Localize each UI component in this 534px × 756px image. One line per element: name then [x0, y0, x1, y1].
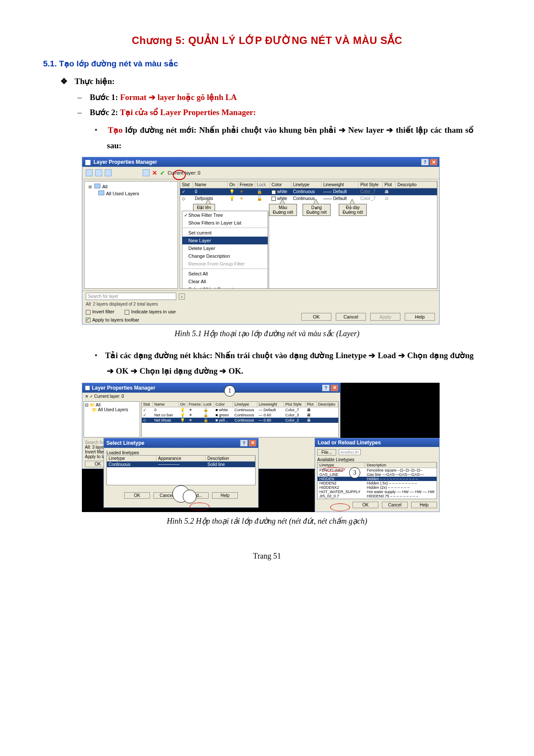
- scroll-left-icon[interactable]: ‹: [179, 294, 185, 300]
- col[interactable]: On: [179, 402, 187, 407]
- col[interactable]: Linetype: [233, 402, 257, 407]
- sl-ok-button[interactable]: OK: [124, 492, 150, 499]
- set-current-icon[interactable]: ✓: [90, 394, 93, 399]
- col[interactable]: Color: [214, 402, 233, 407]
- col[interactable]: Stat: [142, 402, 153, 407]
- layer-row-defpoints[interactable]: ◇ Defpoints 💡 ☀ 🔓 white Continuous —— De…: [180, 195, 437, 202]
- col[interactable]: Lineweight: [257, 402, 284, 407]
- chapter-title: Chương 5: QUẢN LÝ LỚP ĐƯỜNG NÉT VÀ MÀU S…: [43, 34, 491, 47]
- col-name[interactable]: Name: [193, 181, 228, 188]
- ctx-item[interactable]: Select All but Current: [182, 285, 268, 289]
- set-current-icon[interactable]: ✓: [160, 169, 165, 176]
- sub1-rest: lớp đường nét mới: Nhấn phải chuột vào k…: [107, 125, 474, 150]
- layer-row[interactable]: ◇Net khuat💡☀🔓■ yell...Continuous— 0.60Co…: [142, 418, 338, 423]
- col[interactable]: Plot: [306, 402, 317, 407]
- new-layer-icon[interactable]: [143, 169, 150, 176]
- col-plotstyle[interactable]: Plot Style: [359, 181, 383, 188]
- close-icon[interactable]: ✕: [430, 159, 437, 166]
- step1-red: Format ➔ layer hoặc gõ lệnh LA: [120, 93, 237, 102]
- ctx-item[interactable]: Clear All: [182, 278, 268, 285]
- cancel-button[interactable]: Cancel: [336, 313, 366, 321]
- status-line: All: 2 layers displayed of 2 total layer…: [86, 302, 436, 306]
- ctx-item[interactable]: Show Filter Tree: [182, 211, 268, 219]
- ctx-item[interactable]: New Layer: [182, 237, 268, 244]
- step2-red: Tại cửa sổ Layer Properties Manager:: [120, 108, 256, 117]
- indicate-in-use-checkbox[interactable]: Indicate layers in use: [125, 309, 175, 315]
- col-lt-desc[interactable]: Description: [365, 462, 437, 468]
- tree-all-used[interactable]: All Used Layers: [106, 191, 139, 196]
- linetype-row[interactable]: HOT_WATER_SUPPLYHot water supply –– HW –…: [318, 490, 437, 494]
- col-appearance[interactable]: Appearance: [156, 456, 206, 461]
- new-group-icon[interactable]: [95, 169, 102, 176]
- annot-doday: Độ dàyĐường nét: [339, 204, 367, 216]
- linetype-row-continuous[interactable]: Continuous ─────── Solid line: [107, 462, 255, 467]
- col-lt[interactable]: Linetype: [318, 462, 365, 468]
- help-button[interactable]: Help: [405, 313, 435, 321]
- help-icon[interactable]: ?: [240, 440, 248, 447]
- select-linetype-title: Select Linetype: [106, 440, 144, 446]
- search-input[interactable]: Search for layer: [86, 293, 176, 300]
- col-lock[interactable]: Lock: [255, 181, 270, 188]
- apply-toolbar-checkbox[interactable]: Apply to layers toolbar: [86, 317, 139, 323]
- ll-ok-button[interactable]: OK: [353, 502, 378, 508]
- tree2[interactable]: ⊟ 📁 All 📁 All Used Layers: [84, 401, 140, 437]
- file-path: acadiso.lin: [339, 449, 361, 455]
- new-filter-icon[interactable]: [86, 169, 93, 176]
- invert-filter-checkbox[interactable]: Invert filter: [86, 309, 114, 315]
- delete-layer-icon[interactable]: ✕: [152, 169, 157, 176]
- filter-tree[interactable]: ⊟ All All Used Layers: [84, 181, 178, 289]
- loaded-linetypes-list[interactable]: Linetype Appearance Description Continuo…: [106, 455, 256, 485]
- linetype-row[interactable]: GAS_LINEGas line ––GAS––GAS––GAS––: [318, 472, 437, 477]
- col[interactable]: Freeze: [187, 402, 202, 407]
- col[interactable]: Lock: [202, 402, 214, 407]
- sl-help-button[interactable]: Help: [212, 492, 238, 499]
- help-button-icon[interactable]: ?: [421, 159, 429, 166]
- linetype-row[interactable]: HIDDENHidden – – – – – – – – – – – –: [318, 477, 437, 481]
- help-button-icon-2[interactable]: ?: [322, 384, 330, 391]
- file-button[interactable]: File...: [317, 449, 336, 456]
- col-color[interactable]: Color: [270, 181, 291, 188]
- ctx-item[interactable]: Set current: [182, 229, 268, 237]
- layer-row-0[interactable]: ✓ 0 💡 ☀ 🔓 white Continuous —— Default Co…: [180, 188, 437, 195]
- close-icon[interactable]: ✕: [249, 440, 256, 447]
- speech-bubble-small: [183, 490, 197, 503]
- ctx-item[interactable]: Show Filters in Layer List: [182, 219, 268, 227]
- col-description[interactable]: Description: [206, 456, 255, 461]
- col[interactable]: Name: [153, 402, 179, 407]
- ctx-item[interactable]: Select All: [182, 270, 268, 278]
- invert-filter-2[interactable]: Invert filter: [85, 450, 105, 454]
- context-menu[interactable]: Show Filter TreeShow Filters in Layer Li…: [182, 211, 268, 289]
- ctx-item[interactable]: Delete Layer: [182, 244, 268, 252]
- col-linetype[interactable]: Linetype: [107, 456, 156, 461]
- linetype-row[interactable]: JIS_02_1.0HIDDEN01 – – – – – – – – –: [318, 498, 437, 499]
- ctx-item[interactable]: Change Description: [182, 252, 268, 260]
- col[interactable]: Plot Style: [284, 402, 306, 407]
- layer-grid[interactable]: Stat Name On Freeze Lock Color Linetype …: [180, 181, 437, 289]
- col-plot[interactable]: Plot: [383, 181, 396, 188]
- col[interactable]: Descriptio: [317, 402, 338, 407]
- delete-layer-icon[interactable]: ✕: [85, 394, 88, 399]
- layer-row[interactable]: ✓0💡☀🔓■ whiteContinuous— DefaultColor_7🖶: [142, 407, 338, 412]
- states-icon[interactable]: [105, 169, 112, 176]
- ll-help-button[interactable]: Help: [411, 502, 437, 508]
- col-linetype[interactable]: Linetype: [291, 181, 322, 188]
- col-freeze[interactable]: Freeze: [238, 181, 255, 188]
- ok-button[interactable]: OK: [301, 313, 331, 321]
- load-linetypes-dialog: Load or Reload Linetypes File... acadiso…: [315, 438, 440, 512]
- col-stat[interactable]: Stat: [180, 181, 193, 188]
- grid2[interactable]: StatNameOnFreezeLockColorLinetypeLinewei…: [141, 401, 339, 437]
- col-lineweight[interactable]: Lineweight: [322, 181, 359, 188]
- ll-cancel-button[interactable]: Cancel: [382, 502, 408, 508]
- linetype-row[interactable]: HIDDENX2Hidden (2x) – – – – – – –: [318, 485, 437, 490]
- tree-all[interactable]: All: [102, 184, 107, 189]
- linetype-row[interactable]: JIS_02_0.7HIDDEN0.75 – – – – – – – – –: [318, 494, 437, 498]
- load-linetypes-title: Load or Reload Linetypes: [318, 440, 381, 446]
- layer-row[interactable]: ✓Net co ban💡☀🔓■ greenContinuous— 0.60Col…: [142, 412, 338, 418]
- ctx-item[interactable]: Remove From Group Filter: [182, 260, 268, 268]
- close-icon-2[interactable]: ✕: [331, 384, 338, 391]
- linetype-row[interactable]: HIDDEN2Hidden (.5x) – – – – – – – – –: [318, 481, 437, 485]
- figure-5-1: Layer Properties Manager ? ✕ ✕ ✓ Current…: [82, 157, 440, 325]
- col-on[interactable]: On: [228, 181, 238, 188]
- col-desc[interactable]: Descriptio: [396, 181, 437, 188]
- apply-button[interactable]: Apply: [370, 313, 400, 321]
